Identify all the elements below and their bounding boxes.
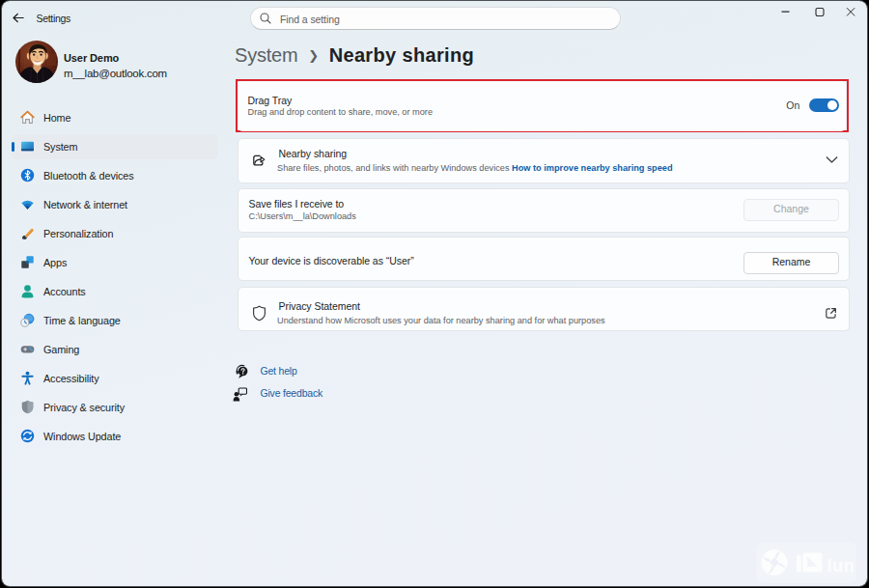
svg-text:lun: lun [827,556,855,575]
